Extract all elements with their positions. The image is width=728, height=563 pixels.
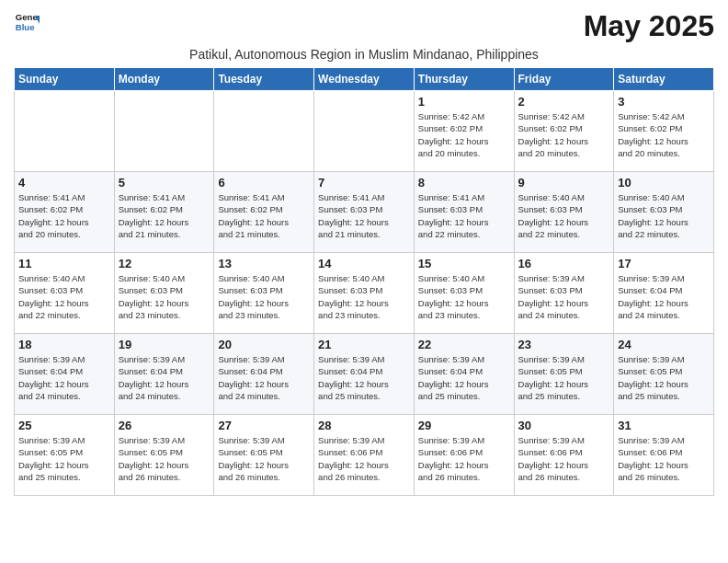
calendar-cell: 29Sunrise: 5:39 AM Sunset: 6:06 PM Dayli… xyxy=(414,415,514,496)
day-number: 2 xyxy=(518,95,610,109)
day-number: 20 xyxy=(218,338,310,351)
day-of-week-header: Sunday xyxy=(15,68,115,91)
day-number: 8 xyxy=(418,176,510,190)
calendar-cell: 28Sunrise: 5:39 AM Sunset: 6:06 PM Dayli… xyxy=(314,415,415,496)
day-number: 13 xyxy=(218,257,310,270)
day-number: 6 xyxy=(218,176,310,190)
day-info: Sunrise: 5:39 AM Sunset: 6:04 PM Dayligh… xyxy=(618,272,710,321)
day-info: Sunrise: 5:39 AM Sunset: 6:04 PM Dayligh… xyxy=(18,353,110,402)
day-number: 5 xyxy=(119,176,210,190)
day-number: 22 xyxy=(418,338,510,351)
calendar-cell: 22Sunrise: 5:39 AM Sunset: 6:04 PM Dayli… xyxy=(414,334,514,415)
calendar-cell xyxy=(314,91,415,172)
svg-text:Blue: Blue xyxy=(16,22,35,32)
calendar-cell: 6Sunrise: 5:41 AM Sunset: 6:02 PM Daylig… xyxy=(214,172,314,253)
day-number: 1 xyxy=(418,95,510,109)
day-info: Sunrise: 5:40 AM Sunset: 6:03 PM Dayligh… xyxy=(518,191,610,240)
day-number: 16 xyxy=(518,257,610,270)
logo: General Blue xyxy=(14,9,40,35)
day-info: Sunrise: 5:41 AM Sunset: 6:03 PM Dayligh… xyxy=(418,191,510,240)
day-number: 23 xyxy=(518,338,610,351)
day-info: Sunrise: 5:40 AM Sunset: 6:03 PM Dayligh… xyxy=(618,191,710,240)
day-info: Sunrise: 5:42 AM Sunset: 6:02 PM Dayligh… xyxy=(418,110,510,159)
day-number: 30 xyxy=(518,419,610,432)
page-header: General Blue May 2025 xyxy=(14,9,714,43)
day-info: Sunrise: 5:39 AM Sunset: 6:04 PM Dayligh… xyxy=(218,353,310,402)
calendar-cell: 7Sunrise: 5:41 AM Sunset: 6:03 PM Daylig… xyxy=(314,172,415,253)
calendar-cell: 13Sunrise: 5:40 AM Sunset: 6:03 PM Dayli… xyxy=(214,253,314,334)
calendar-cell xyxy=(114,91,214,172)
day-info: Sunrise: 5:40 AM Sunset: 6:03 PM Dayligh… xyxy=(119,272,210,321)
month-title: May 2025 xyxy=(584,9,714,43)
day-number: 17 xyxy=(618,257,710,270)
day-number: 21 xyxy=(318,338,410,351)
calendar-cell: 3Sunrise: 5:42 AM Sunset: 6:02 PM Daylig… xyxy=(614,91,714,172)
day-info: Sunrise: 5:42 AM Sunset: 6:02 PM Dayligh… xyxy=(518,110,610,159)
subtitle: Patikul, Autonomous Region in Muslim Min… xyxy=(14,47,714,62)
day-info: Sunrise: 5:42 AM Sunset: 6:02 PM Dayligh… xyxy=(618,110,710,159)
day-info: Sunrise: 5:39 AM Sunset: 6:06 PM Dayligh… xyxy=(618,434,710,483)
calendar-cell: 1Sunrise: 5:42 AM Sunset: 6:02 PM Daylig… xyxy=(414,91,514,172)
calendar-cell: 20Sunrise: 5:39 AM Sunset: 6:04 PM Dayli… xyxy=(214,334,314,415)
day-number: 28 xyxy=(318,419,410,432)
day-number: 18 xyxy=(18,338,110,351)
day-info: Sunrise: 5:39 AM Sunset: 6:05 PM Dayligh… xyxy=(119,434,210,483)
day-info: Sunrise: 5:41 AM Sunset: 6:02 PM Dayligh… xyxy=(18,191,110,240)
calendar-cell: 31Sunrise: 5:39 AM Sunset: 6:06 PM Dayli… xyxy=(614,415,714,496)
calendar-cell: 5Sunrise: 5:41 AM Sunset: 6:02 PM Daylig… xyxy=(114,172,214,253)
calendar-cell: 26Sunrise: 5:39 AM Sunset: 6:05 PM Dayli… xyxy=(114,415,214,496)
day-info: Sunrise: 5:39 AM Sunset: 6:05 PM Dayligh… xyxy=(618,353,710,402)
calendar-cell: 11Sunrise: 5:40 AM Sunset: 6:03 PM Dayli… xyxy=(15,253,115,334)
calendar-cell: 2Sunrise: 5:42 AM Sunset: 6:02 PM Daylig… xyxy=(514,91,614,172)
day-info: Sunrise: 5:41 AM Sunset: 6:02 PM Dayligh… xyxy=(119,191,210,240)
day-of-week-header: Saturday xyxy=(614,68,714,91)
calendar-cell: 17Sunrise: 5:39 AM Sunset: 6:04 PM Dayli… xyxy=(614,253,714,334)
day-number: 26 xyxy=(119,419,210,432)
calendar-table: SundayMondayTuesdayWednesdayThursdayFrid… xyxy=(14,67,714,496)
calendar-cell: 15Sunrise: 5:40 AM Sunset: 6:03 PM Dayli… xyxy=(414,253,514,334)
day-number: 3 xyxy=(618,95,710,109)
day-number: 27 xyxy=(218,419,310,432)
calendar-cell: 30Sunrise: 5:39 AM Sunset: 6:06 PM Dayli… xyxy=(514,415,614,496)
day-number: 10 xyxy=(618,176,710,190)
day-info: Sunrise: 5:39 AM Sunset: 6:06 PM Dayligh… xyxy=(318,434,410,483)
day-info: Sunrise: 5:40 AM Sunset: 6:03 PM Dayligh… xyxy=(418,272,510,321)
calendar-cell: 14Sunrise: 5:40 AM Sunset: 6:03 PM Dayli… xyxy=(314,253,415,334)
day-info: Sunrise: 5:41 AM Sunset: 6:02 PM Dayligh… xyxy=(218,191,310,240)
calendar-cell: 10Sunrise: 5:40 AM Sunset: 6:03 PM Dayli… xyxy=(614,172,714,253)
day-number: 31 xyxy=(618,419,710,432)
day-number: 25 xyxy=(18,419,110,432)
calendar-cell: 25Sunrise: 5:39 AM Sunset: 6:05 PM Dayli… xyxy=(15,415,115,496)
day-of-week-header: Tuesday xyxy=(214,68,314,91)
day-number: 7 xyxy=(318,176,410,190)
calendar-cell xyxy=(15,91,115,172)
day-of-week-header: Monday xyxy=(114,68,214,91)
day-number: 4 xyxy=(18,176,110,190)
calendar-cell: 8Sunrise: 5:41 AM Sunset: 6:03 PM Daylig… xyxy=(414,172,514,253)
day-number: 29 xyxy=(418,419,510,432)
calendar-cell: 9Sunrise: 5:40 AM Sunset: 6:03 PM Daylig… xyxy=(514,172,614,253)
day-of-week-header: Thursday xyxy=(414,68,514,91)
day-info: Sunrise: 5:40 AM Sunset: 6:03 PM Dayligh… xyxy=(318,272,410,321)
day-info: Sunrise: 5:41 AM Sunset: 6:03 PM Dayligh… xyxy=(318,191,410,240)
calendar-cell: 16Sunrise: 5:39 AM Sunset: 6:03 PM Dayli… xyxy=(514,253,614,334)
calendar-cell: 21Sunrise: 5:39 AM Sunset: 6:04 PM Dayli… xyxy=(314,334,415,415)
calendar-cell: 27Sunrise: 5:39 AM Sunset: 6:05 PM Dayli… xyxy=(214,415,314,496)
day-info: Sunrise: 5:40 AM Sunset: 6:03 PM Dayligh… xyxy=(218,272,310,321)
calendar-cell: 24Sunrise: 5:39 AM Sunset: 6:05 PM Dayli… xyxy=(614,334,714,415)
calendar-cell xyxy=(214,91,314,172)
day-number: 19 xyxy=(119,338,210,351)
day-of-week-header: Wednesday xyxy=(314,68,415,91)
day-info: Sunrise: 5:40 AM Sunset: 6:03 PM Dayligh… xyxy=(18,272,110,321)
calendar-cell: 23Sunrise: 5:39 AM Sunset: 6:05 PM Dayli… xyxy=(514,334,614,415)
day-info: Sunrise: 5:39 AM Sunset: 6:05 PM Dayligh… xyxy=(18,434,110,483)
day-info: Sunrise: 5:39 AM Sunset: 6:04 PM Dayligh… xyxy=(119,353,210,402)
logo-icon: General Blue xyxy=(14,9,40,35)
calendar-cell: 18Sunrise: 5:39 AM Sunset: 6:04 PM Dayli… xyxy=(15,334,115,415)
day-info: Sunrise: 5:39 AM Sunset: 6:04 PM Dayligh… xyxy=(418,353,510,402)
calendar-cell: 12Sunrise: 5:40 AM Sunset: 6:03 PM Dayli… xyxy=(114,253,214,334)
day-number: 11 xyxy=(18,257,110,270)
day-of-week-header: Friday xyxy=(514,68,614,91)
day-number: 14 xyxy=(318,257,410,270)
day-info: Sunrise: 5:39 AM Sunset: 6:06 PM Dayligh… xyxy=(518,434,610,483)
